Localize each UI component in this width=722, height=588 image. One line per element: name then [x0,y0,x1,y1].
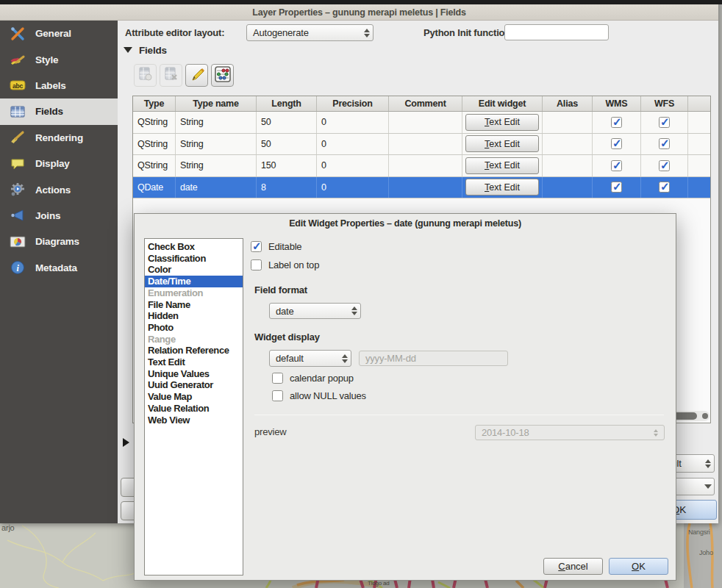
table-row[interactable]: QString String 150 0 Text Edit [133,155,710,177]
widget-type-item[interactable]: Unique Values [145,368,243,380]
wfs-checkbox[interactable] [659,117,670,128]
editable-label: Editable [268,241,301,252]
widget-type-item[interactable]: Relation Reference [145,345,243,356]
join-arrow-icon [10,207,26,223]
python-init-input[interactable] [504,24,609,40]
allow-null-checkbox-row[interactable]: allow NULL values [272,390,366,401]
field-calculator-button[interactable] [211,64,234,87]
new-column-button[interactable] [134,64,157,87]
widget-type-item[interactable]: Classification [145,253,243,265]
preview-value: 2014-10-18 [482,427,529,438]
window-titlebar[interactable]: Layer Properties – gunung merapi meletus… [0,4,718,21]
preview-spinbox-disabled: 2014-10-18 [475,425,665,440]
widget-type-item[interactable]: Photo [145,322,243,334]
pie-chart-icon [10,234,26,250]
fields-table-header: Type Type name Length Precision Comment … [133,96,710,112]
column-header[interactable]: WFS [641,96,688,111]
edit-widget-button[interactable]: Text Edit [465,114,539,131]
delete-column-button[interactable] [160,64,182,87]
wms-checkbox[interactable] [611,182,622,193]
sidebar-item-diagrams[interactable]: Diagrams [0,229,118,254]
spinner-arrows-icon[interactable] [361,29,373,37]
attribute-editor-layout-combo[interactable]: Autogenerate [246,24,373,41]
gear-icon [10,182,26,198]
column-header[interactable]: Type [133,96,176,111]
spinner-arrows-icon [654,429,658,437]
widget-type-item[interactable]: Check Box [145,241,243,253]
ok-button-label: OK [632,561,646,572]
delete-column-icon [163,66,179,85]
sidebar-item-display[interactable]: Display [0,151,118,176]
cell-comment [389,112,462,133]
editable-checkbox[interactable] [251,241,262,252]
table-row[interactable]: QString String 50 0 Text Edit [133,112,710,134]
edit-widget-button-label: Text Edit [485,160,520,171]
spinner-arrows-icon[interactable] [349,306,360,315]
field-format-combo[interactable]: date [269,303,361,319]
widget-type-item[interactable]: Uuid Generator [145,379,243,391]
column-header[interactable]: WMS [593,96,641,111]
widget-type-item[interactable]: Value Relation [145,403,243,415]
widget-type-item-disabled: Enumeration [145,287,243,299]
edit-widget-button[interactable]: Text Edit [465,157,539,174]
sidebar-item-metadata[interactable]: i Metadata [0,255,118,281]
panel-collapse-arrow-icon[interactable] [123,438,129,447]
editable-checkbox-row[interactable]: Editable [251,241,301,252]
combo-value: default [270,353,339,364]
sidebar-item-general[interactable]: General [0,21,118,46]
sidebar-item-labels[interactable]: abc Labels [0,73,118,98]
calendar-popup-checkbox-row[interactable]: calendar popup [272,373,354,384]
attribute-editor-layout-label: Attribute editor layout: [125,27,224,38]
sidebar-item-fields[interactable]: Fields [0,98,118,124]
wfs-checkbox[interactable] [659,138,670,149]
widget-display-combo[interactable]: default [269,350,351,367]
column-header[interactable]: Length [257,96,317,111]
sidebar-item-style[interactable]: Style [0,46,118,72]
group-collapse-caret-icon[interactable] [124,47,132,53]
dropdown-arrow-icon[interactable] [702,484,714,489]
widget-type-list[interactable]: Check Box Classification Color Date/Time… [144,238,243,576]
wfs-checkbox[interactable] [659,182,670,193]
allow-null-label: allow NULL values [290,390,366,401]
column-header[interactable]: Comment [389,96,462,111]
cell-type-name: String [176,134,257,155]
column-header[interactable]: Type name [176,96,257,111]
label-on-top-checkbox-row[interactable]: Label on top [251,259,319,270]
widget-type-item[interactable]: Web View [145,415,243,426]
table-row-selected[interactable]: QDate date 8 0 Text Edit [133,177,710,199]
column-header[interactable]: Edit widget [462,96,543,111]
column-header[interactable]: Precision [317,96,389,111]
wfs-checkbox[interactable] [659,160,670,171]
label-on-top-checkbox[interactable] [251,259,262,270]
cancel-button[interactable]: Cancel [543,558,603,575]
calendar-popup-checkbox[interactable] [272,373,283,384]
widget-type-item[interactable]: Hidden [145,310,243,322]
widget-type-item[interactable]: Value Map [145,391,243,403]
toggle-editing-button[interactable] [185,64,208,87]
cell-length: 50 [257,134,317,155]
edit-widget-button[interactable]: Text Edit [465,135,539,152]
sidebar-item-actions[interactable]: Actions [0,176,118,202]
allow-null-checkbox[interactable] [272,390,283,401]
wms-checkbox[interactable] [611,160,622,171]
wms-checkbox[interactable] [611,117,622,128]
wms-checkbox[interactable] [611,138,622,149]
sidebar-item-rendering[interactable]: Rendering [0,125,118,151]
ok-button[interactable]: OK [609,558,668,575]
widget-type-item-selected[interactable]: Date/Time [145,276,243,287]
cell-alias [543,134,593,155]
widget-type-item[interactable]: Text Edit [145,356,243,368]
scrollbar-end-dot [702,413,708,419]
table-row[interactable]: QString String 50 0 Text Edit [133,134,710,156]
cell-precision: 0 [317,112,389,133]
widget-type-item[interactable]: Color [145,264,243,276]
cell-precision: 0 [317,155,389,176]
tools-icon [10,26,26,42]
edit-widget-button[interactable]: Text Edit [465,179,539,196]
spinner-arrows-icon[interactable] [702,459,714,468]
column-header[interactable]: Alias [543,96,593,111]
widget-type-item-disabled: Range [145,334,243,345]
spinner-arrows-icon[interactable] [339,354,351,363]
sidebar-item-joins[interactable]: Joins [0,203,118,229]
widget-type-item[interactable]: File Name [145,299,243,311]
